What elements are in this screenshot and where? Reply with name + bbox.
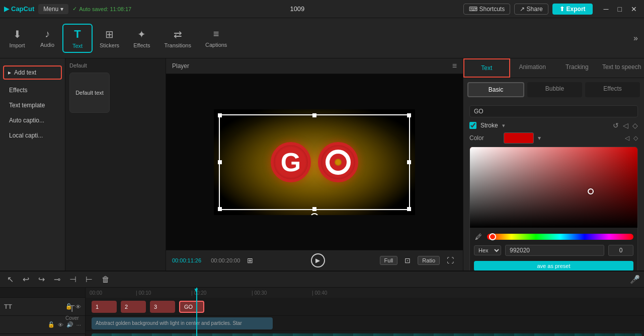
text-template-label: Text template	[9, 102, 45, 109]
tl-clip-go[interactable]: GO	[179, 301, 204, 313]
tl-clip-3[interactable]: 3	[150, 301, 175, 313]
tool-import-label: Import	[9, 42, 25, 48]
tool-transitions[interactable]: ⇄ Transitions	[157, 25, 198, 51]
app-logo: ▶ CapCut	[4, 5, 34, 13]
full-view-button[interactable]: Full	[380, 256, 398, 265]
add-text-button[interactable]: ▸ Add text	[3, 65, 62, 80]
ruler-00: 00:00	[90, 290, 102, 296]
local-caption-button[interactable]: Local capti...	[3, 129, 62, 142]
subtab-bubble[interactable]: Bubble	[527, 82, 582, 97]
default-text-card[interactable]: Default text	[69, 73, 110, 113]
ruler-10: | 00:10	[136, 290, 151, 296]
add-text-label: Add text	[14, 69, 36, 76]
tab-tracking-label: Tracking	[566, 63, 589, 71]
subtab-basic[interactable]: Basic	[467, 82, 524, 97]
tool-stickers[interactable]: ⊞ Stickers	[93, 25, 126, 51]
color-arrow-right[interactable]: ◇	[633, 135, 638, 142]
tl-redo-button[interactable]: ↪	[35, 274, 48, 285]
audio-icon: ♪	[45, 28, 50, 40]
menu-label: Menu	[43, 6, 58, 13]
subtab-bubble-label: Bubble	[545, 85, 564, 92]
tool-audio[interactable]: ♪ Audio	[32, 25, 62, 51]
local-caption-label: Local capti...	[9, 132, 43, 139]
menu-button[interactable]: Menu ▾	[38, 4, 68, 14]
tl-cursor-button[interactable]: ↖	[4, 274, 17, 285]
player-title: Player	[172, 62, 189, 70]
tool-text[interactable]: T Text	[62, 24, 93, 53]
tl-video-audio-icon[interactable]: 🔊	[66, 321, 73, 328]
auto-caption-button[interactable]: Auto captio...	[3, 114, 62, 127]
color-gradient[interactable]	[470, 147, 637, 228]
close-button[interactable]: ✕	[628, 4, 640, 14]
ruler-30: | 00:30	[252, 290, 267, 296]
tab-tracking[interactable]: Tracking	[555, 58, 600, 78]
playhead[interactable]	[196, 288, 197, 336]
tool-text-label: Text	[72, 43, 83, 49]
save-preset-button[interactable]: ave as preset	[474, 261, 633, 271]
text-template-button[interactable]: Text template	[3, 99, 62, 112]
tab-animation[interactable]: Animation	[510, 58, 555, 78]
color-arrow-left[interactable]: ◁	[625, 135, 629, 142]
minimize-button[interactable]: ─	[601, 4, 612, 14]
player-menu-button[interactable]: ≡	[452, 61, 457, 71]
hex-input[interactable]	[505, 245, 604, 256]
screenshot-button[interactable]: ⊡	[401, 255, 414, 265]
ratio-button[interactable]: Ratio	[418, 256, 440, 265]
default-text-label: Default text	[75, 90, 104, 96]
tl-clip-2[interactable]: 2	[121, 301, 146, 313]
maximize-button[interactable]: □	[615, 4, 625, 14]
tl-video-lock-icon[interactable]: 🔓	[48, 321, 55, 328]
tl-undo-button[interactable]: ↩	[20, 274, 32, 285]
export-button[interactable]: ⬆ Export	[552, 4, 593, 15]
toolbar-expand-button[interactable]: »	[629, 32, 642, 45]
shortcuts-button[interactable]: ⌨ Shortcuts	[463, 4, 511, 15]
autosave-text: Auto saved: 11:08:17	[79, 6, 131, 12]
tool-captions[interactable]: ≡ Captions	[198, 25, 234, 51]
player-time-total: 00:00:20:00	[211, 257, 240, 263]
tl-video-clip[interactable]	[92, 333, 642, 336]
tl-mic-button[interactable]: 🎤	[630, 275, 640, 284]
tool-stickers-label: Stickers	[100, 42, 119, 48]
stroke-keyframe-add[interactable]: ◇	[632, 121, 638, 129]
go-o-letter	[318, 142, 358, 182]
stroke-reset-button[interactable]: ↺	[613, 121, 619, 129]
time-separator	[205, 257, 207, 263]
color-label: Color	[469, 135, 500, 142]
player-time-current: 00:00:11:26	[172, 257, 201, 263]
color-swatch[interactable]	[504, 132, 534, 144]
text-input[interactable]	[469, 105, 638, 117]
default-section-label: Default	[69, 62, 162, 69]
stroke-expand-icon: ▾	[502, 122, 505, 129]
grid-view-button[interactable]: ⊞	[244, 255, 256, 265]
go-g-letter: G	[271, 142, 311, 182]
subtab-effects[interactable]: Effects	[585, 82, 640, 97]
tl-trim-left-button[interactable]: ⊣	[66, 274, 79, 285]
fullscreen-button[interactable]: ⛶	[444, 255, 457, 265]
player-canvas: G	[214, 109, 415, 215]
checkmark-icon: ✓	[72, 6, 77, 12]
effects-button[interactable]: Effects	[3, 84, 62, 97]
opacity-input[interactable]	[608, 245, 633, 256]
tl-split-button[interactable]: ⊸	[51, 274, 63, 285]
tl-video-eye-icon[interactable]: 👁	[58, 322, 63, 328]
tl-delete-button[interactable]: 🗑	[99, 274, 113, 285]
tab-text[interactable]: Text	[463, 58, 510, 78]
share-button[interactable]: ↗ Share	[514, 4, 548, 15]
tab-tts[interactable]: Text to speech	[599, 58, 644, 78]
hue-slider[interactable]	[487, 234, 633, 240]
tl-video-more-icon[interactable]: ···	[76, 322, 81, 328]
play-button[interactable]: ▶	[311, 253, 325, 267]
stroke-keyframe-prev[interactable]: ◁	[623, 121, 628, 129]
stroke-checkbox[interactable]	[469, 122, 476, 129]
tl-caption[interactable]: Abstract golden background with light in…	[92, 317, 273, 329]
eyedropper-button[interactable]: 🖉	[474, 232, 483, 242]
tl-add-track-icon[interactable]: T	[69, 304, 75, 314]
tool-import[interactable]: ⬇ Import	[2, 25, 32, 51]
color-format-select[interactable]: Hex RGB HSL	[474, 245, 501, 255]
tl-clip-1[interactable]: 1	[92, 301, 117, 313]
import-icon: ⬇	[13, 28, 22, 40]
logo-icon: ▶	[4, 5, 9, 13]
tl-trim-right-button[interactable]: ⊢	[83, 274, 96, 285]
add-text-icon: ▸	[8, 69, 11, 76]
tool-effects[interactable]: ✦ Effects	[126, 25, 157, 51]
